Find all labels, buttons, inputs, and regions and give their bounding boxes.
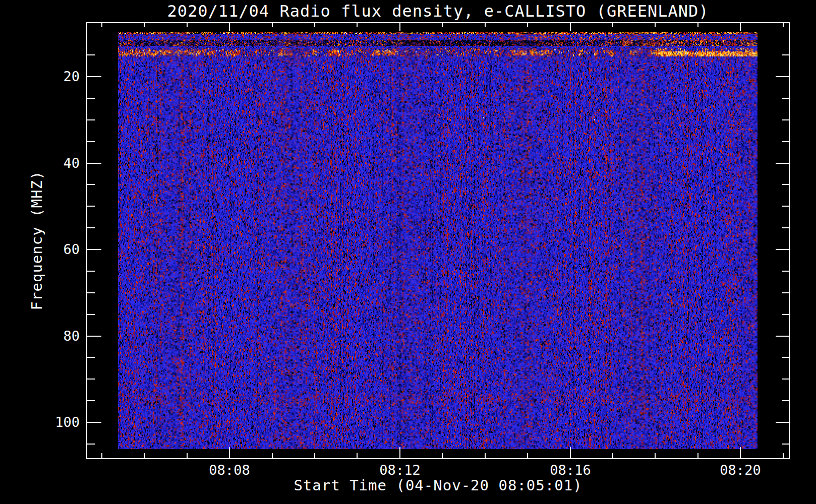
plot-frame-right <box>789 22 790 459</box>
y-tick-label: 40 <box>39 155 80 171</box>
y-minor-tick-right <box>782 357 789 358</box>
x-minor-tick <box>612 453 613 458</box>
y-minor-tick-right <box>782 98 789 99</box>
y-minor-tick <box>87 444 95 445</box>
chart-title: 2020/11/04 Radio flux density, e-CALLIST… <box>86 2 790 21</box>
y-minor-tick <box>87 54 95 55</box>
x-minor-tick <box>314 453 315 458</box>
y-minor-tick <box>87 357 95 358</box>
x-minor-tick-top <box>357 23 358 27</box>
y-minor-tick-right <box>782 400 789 401</box>
x-major-tick-top <box>740 23 741 31</box>
x-minor-tick-top <box>101 23 102 27</box>
x-minor-tick-top <box>187 23 188 27</box>
x-minor-tick <box>485 453 486 458</box>
y-minor-tick-right <box>782 292 789 293</box>
x-major-tick <box>229 447 230 458</box>
x-major-tick <box>570 447 571 458</box>
y-minor-tick-right <box>782 271 789 272</box>
y-tick-label: 80 <box>39 328 80 344</box>
x-minor-tick-top <box>612 23 613 27</box>
y-minor-tick-right <box>782 227 789 228</box>
y-major-tick-right <box>776 76 789 77</box>
plot-frame-top <box>86 22 790 23</box>
y-tick-label: 20 <box>39 69 80 85</box>
x-minor-tick <box>272 453 273 458</box>
x-minor-tick <box>527 453 528 458</box>
y-minor-tick <box>87 271 95 272</box>
x-major-tick <box>399 447 400 458</box>
x-minor-tick <box>187 453 188 458</box>
spectrogram-page: 2020/11/04 Radio flux density, e-CALLIST… <box>0 0 816 504</box>
y-minor-tick-right <box>782 119 789 120</box>
y-minor-tick-right <box>782 184 789 185</box>
plot-frame-left <box>86 22 87 459</box>
y-minor-tick-right <box>782 444 789 445</box>
y-minor-tick-right <box>782 141 789 142</box>
x-minor-tick <box>442 453 443 458</box>
y-minor-tick <box>87 379 95 380</box>
x-axis-title: Start Time (04-Nov-20 08:05:01) <box>86 476 790 494</box>
x-major-tick-top <box>570 23 571 31</box>
y-major-tick <box>87 336 101 337</box>
y-minor-tick <box>87 206 95 207</box>
y-tick-label: 100 <box>39 414 80 430</box>
x-minor-tick-top <box>485 23 486 27</box>
y-minor-tick-right <box>782 379 789 380</box>
y-axis-title-text: Frequency (MHZ) <box>28 171 45 310</box>
x-minor-tick <box>783 453 784 458</box>
x-minor-tick-top <box>527 23 528 27</box>
y-minor-tick <box>87 119 95 120</box>
y-major-tick-right <box>776 422 789 423</box>
y-minor-tick <box>87 227 95 228</box>
x-major-tick-top <box>229 23 230 31</box>
y-major-tick <box>87 163 101 164</box>
y-major-tick-right <box>776 336 789 337</box>
y-major-tick-right <box>776 163 789 164</box>
spectrogram-image <box>118 32 757 449</box>
x-minor-tick-top <box>655 23 656 27</box>
y-minor-tick <box>87 314 95 315</box>
y-minor-tick-right <box>782 314 789 315</box>
x-minor-tick-top <box>272 23 273 27</box>
y-minor-tick <box>87 98 95 99</box>
y-minor-tick <box>87 400 95 401</box>
y-major-tick <box>87 422 101 423</box>
x-minor-tick <box>101 453 102 458</box>
y-minor-tick <box>87 141 95 142</box>
x-major-tick-top <box>399 23 400 31</box>
y-minor-tick <box>87 184 95 185</box>
x-minor-tick <box>697 453 698 458</box>
y-major-tick <box>87 249 101 250</box>
x-minor-tick <box>357 453 358 458</box>
x-minor-tick <box>655 453 656 458</box>
x-major-tick <box>740 447 741 458</box>
y-minor-tick-right <box>782 206 789 207</box>
x-minor-tick-top <box>144 23 145 27</box>
x-minor-tick-top <box>442 23 443 27</box>
y-minor-tick <box>87 292 95 293</box>
x-minor-tick <box>144 453 145 458</box>
plot-frame-bottom <box>86 458 790 459</box>
y-major-tick <box>87 76 101 77</box>
y-tick-label: 60 <box>39 241 80 258</box>
y-minor-tick-right <box>782 54 789 55</box>
x-minor-tick-top <box>314 23 315 27</box>
x-minor-tick-top <box>697 23 698 27</box>
y-major-tick-right <box>776 249 789 250</box>
x-minor-tick-top <box>783 23 784 27</box>
